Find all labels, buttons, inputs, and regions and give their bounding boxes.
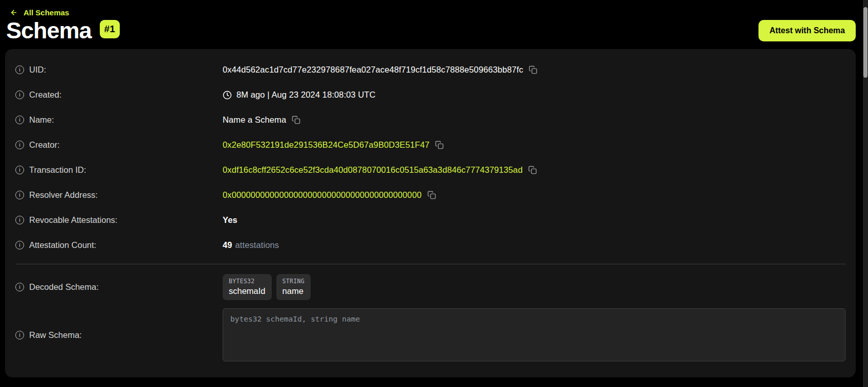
field-type: STRING: [283, 278, 305, 285]
copy-icon[interactable]: [427, 191, 436, 199]
copy-icon[interactable]: [529, 65, 537, 74]
decoded-schema-row: i Decoded Schema: BYTES32 schemaId STRIN…: [15, 270, 845, 303]
info-icon[interactable]: i: [15, 65, 24, 74]
schema-field-chip: BYTES32 schemaId: [223, 274, 272, 300]
created-value: 8M ago | Aug 23 2024 18:08:03 UTC: [236, 90, 376, 100]
attest-with-schema-button[interactable]: Attest with Schema: [758, 20, 856, 41]
clock-icon: [223, 90, 232, 100]
decoded-schema-label: i Decoded Schema:: [15, 282, 223, 292]
raw-schema-row: i Raw Schema: bytes32 schemaId, string n…: [15, 308, 845, 361]
page-header: All Schemas Schema #1 Attest with Schema: [0, 0, 868, 42]
section-divider: [15, 264, 845, 264]
schema-details-card: i UID: 0x44d562ac1d7cd77e232978687fea027…: [5, 49, 856, 377]
schema-field-chip: STRING name: [276, 274, 311, 300]
uid-value: 0x44d562ac1d7cd77e232978687fea027ace48f7…: [223, 65, 523, 75]
name-value: Name a Schema: [223, 115, 286, 125]
revocable-attestations-label: i Revocable Attestations:: [15, 215, 223, 225]
raw-schema-label: i Raw Schema:: [15, 330, 223, 340]
field-type: BYTES32: [229, 278, 266, 285]
field-name: name: [283, 286, 305, 296]
copy-icon[interactable]: [435, 141, 444, 149]
revocable-attestations-row: i Revocable Attestations: Yes: [15, 208, 845, 233]
schema-number-badge: #1: [100, 20, 120, 38]
revocable-value: Yes: [223, 215, 237, 225]
arrow-left-icon: [9, 9, 18, 16]
resolver-address-row: i Resolver Address: 0x000000000000000000…: [15, 183, 845, 208]
copy-icon[interactable]: [528, 166, 537, 174]
attestations-link[interactable]: attestations: [235, 240, 279, 250]
attestation-count-label: i Attestation Count:: [15, 240, 223, 250]
transaction-id-row: i Transaction ID: 0xdf16c8cff2652c6ce52f…: [15, 157, 845, 183]
scrollbar-thumb[interactable]: [863, 7, 867, 78]
created-label: i Created:: [15, 90, 223, 100]
scrollbar[interactable]: [863, 0, 868, 387]
info-icon[interactable]: i: [15, 90, 24, 99]
transaction-id-label: i Transaction ID:: [15, 165, 223, 175]
created-row: i Created: 8M ago | Aug 23 2024 18:08:03…: [15, 82, 845, 107]
info-icon[interactable]: i: [15, 166, 24, 174]
creator-label: i Creator:: [15, 140, 223, 150]
transaction-id-link[interactable]: 0xdf16c8cff2652c6ce52f3cda40d0878070016c…: [223, 165, 523, 175]
resolver-address-label: i Resolver Address:: [15, 190, 223, 200]
decoded-schema-fields: BYTES32 schemaId STRING name: [223, 274, 311, 300]
creator-row: i Creator: 0x2e80F532191de291536B24Ce5D6…: [15, 132, 845, 157]
name-label: i Name:: [15, 115, 223, 125]
resolver-address-link[interactable]: 0x00000000000000000000000000000000000000…: [223, 190, 422, 200]
uid-label: i UID:: [15, 65, 223, 75]
copy-icon[interactable]: [292, 116, 300, 124]
info-icon[interactable]: i: [15, 141, 24, 149]
info-icon[interactable]: i: [15, 331, 24, 339]
attestation-count-value: 49: [223, 240, 232, 250]
info-icon[interactable]: i: [15, 191, 24, 199]
field-name: schemaId: [229, 286, 266, 296]
attestation-count-row: i Attestation Count: 49 attestations: [15, 233, 845, 258]
uid-row: i UID: 0x44d562ac1d7cd77e232978687fea027…: [15, 57, 845, 82]
name-row: i Name: Name a Schema: [15, 107, 845, 132]
page-title: Schema: [6, 19, 92, 42]
info-icon[interactable]: i: [15, 283, 24, 291]
creator-address-link[interactable]: 0x2e80F532191de291536B24Ce5D67a9B0D3E51F…: [223, 140, 429, 150]
raw-schema-textarea[interactable]: bytes32 schemaId, string name: [223, 308, 845, 361]
info-icon[interactable]: i: [15, 116, 24, 124]
info-icon[interactable]: i: [15, 241, 24, 249]
info-icon[interactable]: i: [15, 216, 24, 224]
back-link-label: All Schemas: [24, 8, 69, 17]
back-link[interactable]: All Schemas: [9, 8, 69, 17]
